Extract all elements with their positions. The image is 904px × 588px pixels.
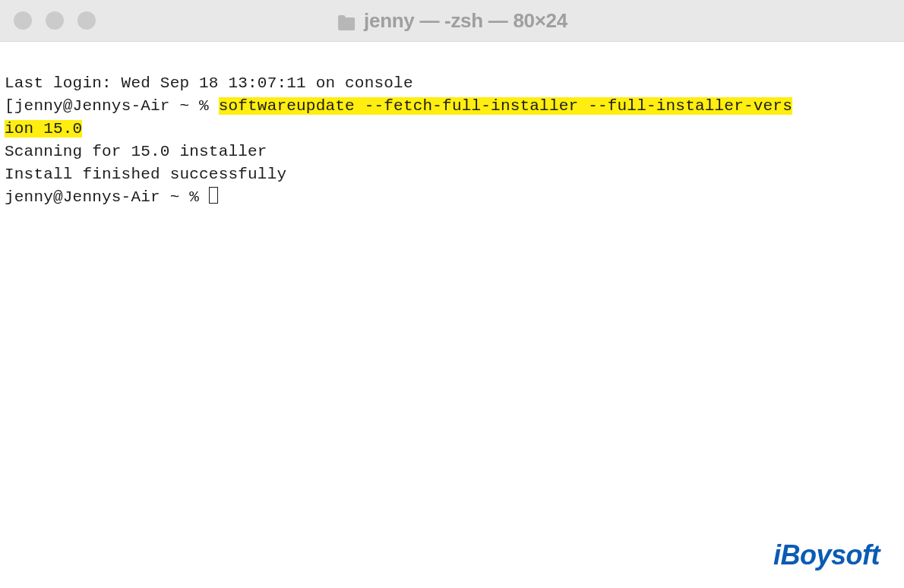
last-login-line: Last login: Wed Sep 18 13:07:11 on conso… <box>5 72 898 95</box>
window-title: jenny — -zsh — 80×24 <box>337 9 567 33</box>
prompt-bracket: [ <box>5 97 14 115</box>
close-button[interactable] <box>14 11 32 30</box>
folder-icon <box>337 12 356 29</box>
output-finished: Install finished successfully <box>5 163 898 186</box>
traffic-lights <box>14 11 96 30</box>
watermark-text: iBoysoft <box>773 539 880 571</box>
cursor <box>209 187 218 204</box>
command-line-1: [jenny@Jennys-Air ~ % softwareupdate --f… <box>5 95 898 118</box>
command-highlight-part2: ion 15.0 <box>5 120 82 138</box>
prompt-line-2: jenny@Jennys-Air ~ % <box>5 186 898 209</box>
minimize-button[interactable] <box>46 11 64 30</box>
zoom-button[interactable] <box>77 11 96 30</box>
watermark-logo: iBoysoft <box>773 539 880 571</box>
prompt-text: jenny@Jennys-Air ~ % <box>14 97 219 115</box>
window-title-text: jenny — -zsh — 80×24 <box>364 9 567 33</box>
command-highlight-part1: softwareupdate --fetch-full-installer --… <box>219 97 792 115</box>
output-scanning: Scanning for 15.0 installer <box>5 141 898 163</box>
terminal-output[interactable]: Last login: Wed Sep 18 13:07:11 on conso… <box>0 42 904 238</box>
command-line-2: ion 15.0 <box>5 118 898 141</box>
prompt-text-2: jenny@Jennys-Air ~ % <box>5 188 209 206</box>
window-titlebar: jenny — -zsh — 80×24 <box>0 0 904 42</box>
